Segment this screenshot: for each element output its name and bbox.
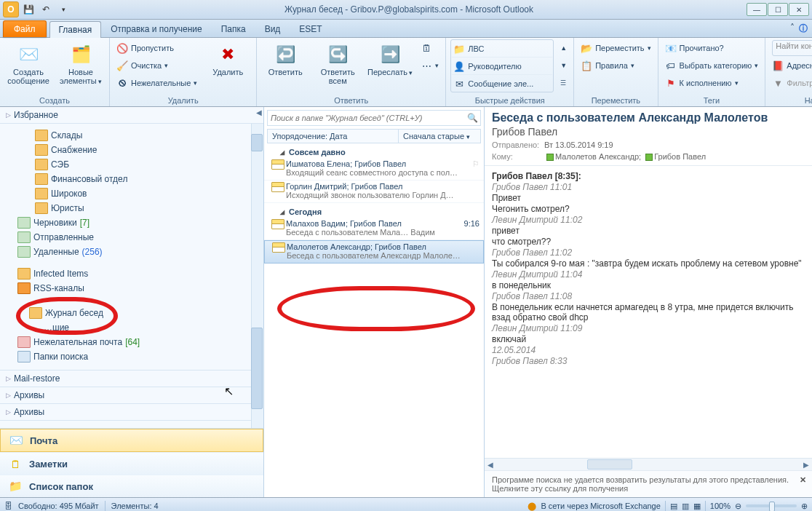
reply-button[interactable]: ↩️Ответить	[261, 39, 309, 77]
scroll-left-icon[interactable]: ◀	[485, 461, 496, 469]
folder-junk[interactable]: Нежелательная почта [64]	[0, 335, 263, 349]
view-compact-icon[interactable]: ▦	[693, 502, 701, 511]
chat-line: 12.05.2014	[492, 345, 805, 355]
nav-section-archives[interactable]: Архивы	[0, 387, 263, 404]
recipient[interactable]: Малолетов Александр;	[555, 152, 641, 161]
folder-item[interactable]: Склады	[0, 128, 263, 143]
quickstep-item[interactable]: ✉Сообщение эле...	[451, 75, 553, 92]
view-normal-icon[interactable]: ▤	[670, 502, 677, 511]
message-item[interactable]: Горлин Дмитрий; Грибов Павел Исходящий з…	[264, 181, 484, 203]
new-items-button[interactable]: 🗂️Новые элементы	[57, 39, 105, 87]
zoom-slider[interactable]	[746, 504, 797, 507]
scroll-right-icon[interactable]: ▶	[800, 461, 812, 469]
scrollbar-thumb[interactable]	[587, 459, 632, 470]
nav-notes-button[interactable]: 🗒Заметки	[0, 452, 263, 475]
find-contact-input[interactable]: Найти контакт	[770, 39, 812, 57]
folder-search[interactable]: Папки поиска	[0, 349, 263, 364]
more-respond-button[interactable]: ⋯	[418, 57, 441, 74]
read-unread-button[interactable]: 📧Прочитано?	[663, 39, 761, 57]
quickstep-more[interactable]: ☰	[558, 74, 569, 92]
help-icon[interactable]: ⓘ	[799, 23, 808, 35]
folder-item[interactable]: СЭБ	[0, 157, 263, 172]
qat-undo-icon[interactable]: ↶	[38, 1, 54, 17]
new-message-button[interactable]: ✉️Создать сообщение	[4, 39, 52, 86]
zoom-knob[interactable]	[769, 502, 775, 511]
rules-button[interactable]: 📋Правила	[578, 57, 653, 74]
nav-favorites-header[interactable]: Избранное ◀	[0, 107, 263, 124]
nav-tree[interactable]: Склады Снабжение СЭБ Финансовый отдел Ши…	[0, 124, 263, 428]
move-button[interactable]: 📂Переместить	[578, 39, 653, 57]
sort-direction[interactable]: Сначала старые	[399, 130, 480, 143]
reading-hscrollbar[interactable]: ◀ ▶	[485, 458, 812, 470]
reading-body[interactable]: Грибов Павел [8:35]:Грибов Павел 11:01Пр…	[485, 166, 812, 458]
followup-button[interactable]: ⚑К исполнению	[663, 74, 761, 92]
message-item[interactable]: 9:16 Малахов Вадим; Грибов Павел Беседа …	[264, 218, 484, 240]
cleanup-button[interactable]: 🧹Очистка	[114, 57, 199, 74]
nav-folderlist-button[interactable]: 📁Список папок	[0, 475, 263, 497]
quickstep-item[interactable]: 👤Руководителю	[451, 58, 553, 75]
list-group-header[interactable]: Совсем давно	[264, 143, 484, 158]
ignore-button[interactable]: 🚫Пропустить	[114, 39, 199, 57]
quickstep-down[interactable]: ▼	[558, 57, 569, 74]
folder-item[interactable]: Снабжение	[0, 143, 263, 157]
folder-rss[interactable]: RSS-каналы	[0, 281, 263, 296]
folder-item[interactable]: Широков	[0, 186, 263, 201]
list-group-header[interactable]: Сегодня	[264, 203, 484, 218]
folder-chat-log[interactable]: Журнал бесед	[0, 306, 263, 320]
address-book-button[interactable]: 📕Адресная книга	[770, 57, 812, 74]
infobar-close-icon[interactable]: ✕	[800, 475, 806, 485]
folder-sent[interactable]: Отправленные	[0, 230, 263, 245]
folder-item[interactable]: Юристы	[0, 201, 263, 215]
message-item[interactable]: ⚐ Ишматова Елена; Грибов Павел Входящий …	[264, 158, 484, 181]
folder-deleted[interactable]: Удаленные (256)	[0, 245, 263, 259]
message-list[interactable]: Совсем давно ⚐ Ишматова Елена; Грибов Па…	[264, 143, 484, 497]
nav-mail-button[interactable]: ✉️Почта	[0, 429, 263, 452]
search-input[interactable]	[268, 114, 464, 122]
folder-infected[interactable]: Infected Items	[0, 266, 263, 281]
view-reading-icon[interactable]: ▥	[682, 502, 689, 511]
nav-section-mailrestore[interactable]: Mail-restore	[0, 370, 263, 387]
filter-mail-button[interactable]: ▼Фильтр почты	[770, 74, 812, 92]
search-box[interactable]: 🔍	[267, 110, 481, 126]
reply-all-button[interactable]: ↪️Ответить всем	[314, 39, 362, 86]
scrollbar-thumb[interactable]	[251, 134, 263, 151]
flag-icon[interactable]: ⚐	[472, 159, 479, 169]
tab-file[interactable]: Файл	[3, 20, 47, 37]
delete-button[interactable]: ✖Удалить	[204, 39, 252, 77]
quickstep-up[interactable]: ▲	[558, 39, 569, 57]
reading-infobar[interactable]: Программе поиска не удается возвратить р…	[485, 470, 812, 497]
minimize-button[interactable]: —	[747, 3, 767, 16]
chat-line: включай	[492, 334, 805, 344]
maximize-button[interactable]: ☐	[768, 3, 788, 16]
folder-hidden[interactable]: …шие	[0, 320, 263, 335]
tab-send-receive[interactable]: Отправка и получение	[101, 20, 211, 37]
junk-button[interactable]: 🛇Нежелательные	[114, 74, 199, 92]
nav-section-archives2[interactable]: Архивы	[0, 404, 263, 421]
forward-button[interactable]: ➡️Переслать	[366, 39, 414, 78]
qat-dropdown-icon[interactable]: ▾	[55, 1, 71, 17]
close-button[interactable]: ✕	[789, 3, 809, 16]
outlook-icon[interactable]: O	[3, 1, 19, 17]
qat-save-icon[interactable]: 💾	[20, 1, 36, 17]
tab-folder[interactable]: Папка	[212, 20, 255, 37]
zoom-out-button[interactable]: ⊖	[735, 502, 741, 511]
chat-line: Грибов Павел 11:08	[492, 291, 805, 301]
tab-home[interactable]: Главная	[49, 21, 102, 38]
tab-view[interactable]: Вид	[255, 20, 290, 37]
folder-drafts[interactable]: Черновики [7]	[0, 215, 263, 230]
sort-by[interactable]: Упорядочение: Дата	[268, 130, 399, 143]
scrollbar-thumb[interactable]	[251, 328, 263, 409]
meeting-button[interactable]: 🗓	[418, 39, 441, 57]
nav-scrollbar[interactable]	[251, 124, 263, 428]
search-icon[interactable]: 🔍	[464, 113, 480, 123]
tab-eset[interactable]: ESET	[290, 20, 331, 37]
nav-collapse-icon[interactable]: ◀	[256, 108, 262, 116]
folder-item[interactable]: Финансовый отдел	[0, 172, 263, 186]
ribbon-minimize-icon[interactable]: ˄	[790, 23, 795, 35]
categorize-button[interactable]: 🏷Выбрать категорию	[663, 57, 761, 74]
zoom-in-button[interactable]: ⊕	[801, 502, 808, 511]
quickstep-item[interactable]: 📁ЛВС	[451, 40, 553, 58]
recipient[interactable]: Грибов Павел	[654, 152, 706, 161]
message-item-selected[interactable]: Малолетов Александр; Грибов Павел Беседа…	[264, 240, 484, 264]
sort-header[interactable]: Упорядочение: Дата Сначала старые	[267, 129, 481, 143]
